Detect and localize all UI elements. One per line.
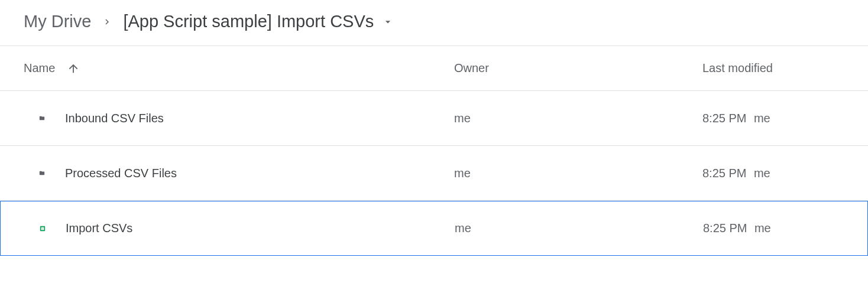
- file-owner: me: [454, 112, 471, 125]
- folder-icon: [24, 108, 45, 128]
- file-modified-time: 8:25 PM: [703, 222, 747, 235]
- file-modified-by: me: [754, 167, 770, 180]
- drive-container: My Drive [App Script sample] Import CSVs…: [0, 0, 868, 256]
- file-owner: me: [454, 167, 471, 180]
- file-name: Inbound CSV Files: [65, 112, 164, 125]
- file-modified-time: 8:25 PM: [702, 167, 746, 180]
- sheets-icon: [24, 220, 46, 237]
- file-row[interactable]: Import CSVs me 8:25 PM me: [0, 201, 868, 256]
- column-header-name[interactable]: Name: [24, 61, 454, 75]
- file-modified-by: me: [754, 112, 770, 125]
- file-owner: me: [455, 222, 471, 235]
- column-owner-label: Owner: [454, 61, 489, 74]
- column-name-label: Name: [24, 61, 55, 75]
- file-modified-by: me: [754, 222, 771, 235]
- table-header-row: Name Owner Last modified: [0, 46, 868, 91]
- dropdown-arrow-icon[interactable]: [382, 16, 394, 28]
- file-modified-time: 8:25 PM: [702, 112, 746, 125]
- breadcrumb-current[interactable]: [App Script sample] Import CSVs: [123, 12, 374, 31]
- file-name: Processed CSV Files: [65, 167, 177, 180]
- column-header-owner[interactable]: Owner: [454, 61, 702, 75]
- file-table: Name Owner Last modified Inbound CSV Fil…: [0, 46, 868, 256]
- breadcrumb-root[interactable]: My Drive: [24, 12, 91, 31]
- file-row[interactable]: Processed CSV Files me 8:25 PM me: [0, 146, 868, 201]
- column-header-modified[interactable]: Last modified: [702, 61, 844, 75]
- folder-icon: [24, 163, 45, 183]
- column-modified-label: Last modified: [702, 61, 773, 74]
- breadcrumb: My Drive [App Script sample] Import CSVs: [0, 0, 868, 46]
- file-name: Import CSVs: [66, 222, 132, 235]
- chevron-right-icon: [102, 17, 112, 27]
- file-row[interactable]: Inbound CSV Files me 8:25 PM me: [0, 91, 868, 146]
- sort-ascending-icon[interactable]: [67, 62, 80, 75]
